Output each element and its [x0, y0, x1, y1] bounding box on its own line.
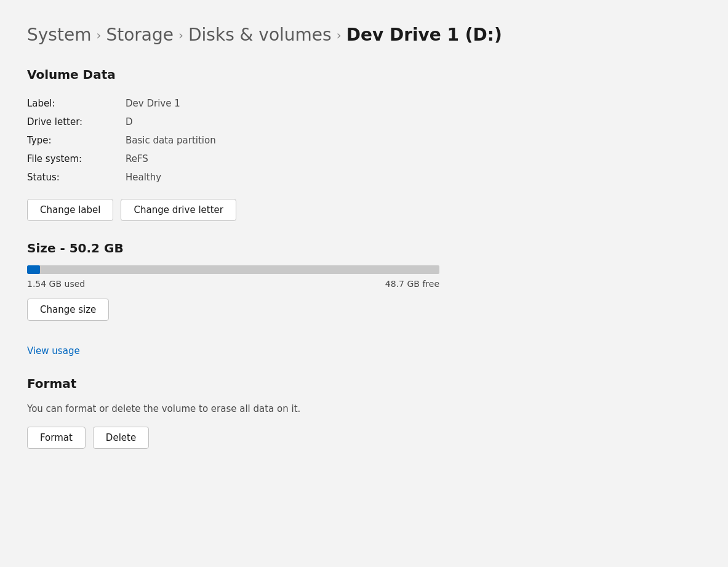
drive-letter-label: Drive letter: — [27, 113, 126, 131]
breadcrumb-sep-3: › — [337, 28, 342, 42]
size-action-buttons: Change size — [27, 299, 701, 321]
free-storage-label: 48.7 GB free — [385, 279, 439, 289]
status-value: Healthy — [126, 168, 701, 187]
breadcrumb-disks-volumes[interactable]: Disks & volumes — [188, 25, 332, 45]
format-section: Format You can format or delete the volu… — [27, 376, 701, 449]
volume-data-title: Volume Data — [27, 67, 701, 82]
change-label-button[interactable]: Change label — [27, 199, 113, 221]
storage-progress-bar — [27, 265, 439, 274]
breadcrumb: System › Storage › Disks & volumes › Dev… — [27, 25, 701, 45]
type-value: Basic data partition — [126, 131, 701, 150]
breadcrumb-sep-2: › — [178, 28, 183, 42]
delete-button[interactable]: Delete — [93, 427, 149, 449]
view-usage-link[interactable]: View usage — [27, 345, 80, 356]
format-button[interactable]: Format — [27, 427, 86, 449]
drive-letter-value: D — [126, 113, 701, 131]
change-drive-letter-button[interactable]: Change drive letter — [121, 199, 236, 221]
type-label: Type: — [27, 131, 126, 150]
format-title: Format — [27, 376, 701, 391]
change-size-button[interactable]: Change size — [27, 299, 109, 321]
used-storage-label: 1.54 GB used — [27, 279, 85, 289]
volume-action-buttons: Change label Change drive letter — [27, 199, 701, 221]
label-field-label: Label: — [27, 94, 126, 113]
file-system-label: File system: — [27, 150, 126, 168]
volume-data-section: Volume Data Label: Dev Drive 1 Drive let… — [27, 67, 701, 221]
file-system-value: ReFS — [126, 150, 701, 168]
breadcrumb-dev-drive: Dev Drive 1 (D:) — [346, 25, 502, 45]
breadcrumb-system[interactable]: System — [27, 25, 91, 45]
label-field-value: Dev Drive 1 — [126, 94, 701, 113]
breadcrumb-storage[interactable]: Storage — [106, 25, 174, 45]
size-section: Size - 50.2 GB 1.54 GB used 48.7 GB free… — [27, 241, 701, 356]
size-title: Size - 50.2 GB — [27, 241, 701, 255]
format-description: You can format or delete the volume to e… — [27, 403, 701, 414]
volume-data-table: Label: Dev Drive 1 Drive letter: D Type:… — [27, 94, 701, 187]
status-label: Status: — [27, 168, 126, 187]
storage-progress-fill — [27, 265, 40, 274]
format-action-buttons: Format Delete — [27, 427, 701, 449]
size-labels: 1.54 GB used 48.7 GB free — [27, 279, 439, 289]
breadcrumb-sep-1: › — [96, 28, 101, 42]
